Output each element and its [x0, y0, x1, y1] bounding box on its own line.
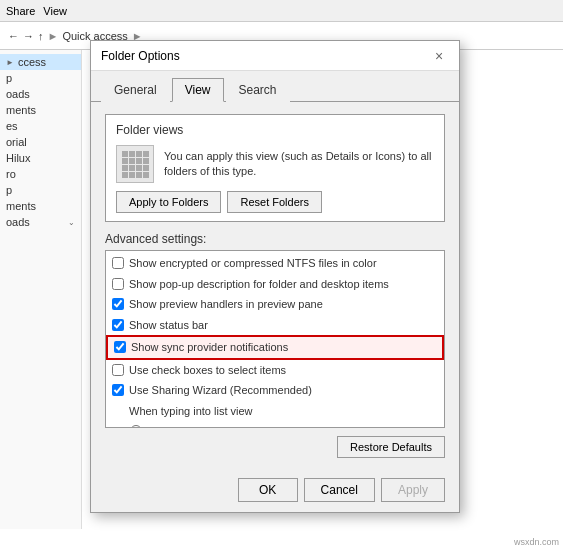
dialog-title: Folder Options	[101, 49, 180, 63]
setting-checkbox-1[interactable]	[112, 278, 124, 290]
setting-item-8[interactable]: Automatically type into the Search Box	[106, 421, 444, 428]
sidebar-chevron-10: ⌄	[68, 218, 75, 227]
dialog-content: Folder views	[91, 102, 459, 470]
sidebar-item-5[interactable]: orial	[0, 134, 81, 150]
setting-item-5[interactable]: Use check boxes to select items	[106, 360, 444, 381]
advanced-settings-list[interactable]: Show encrypted or compressed NTFS files …	[105, 250, 445, 428]
sidebar-label-0: ccess	[18, 56, 46, 68]
folder-buttons: Apply to Folders Reset Folders	[116, 191, 434, 213]
setting-item-7: When typing into list view	[106, 401, 444, 422]
sidebar-label-3: ments	[6, 104, 36, 116]
grid-c13	[122, 172, 128, 178]
setting-label-0: Show encrypted or compressed NTFS files …	[129, 255, 377, 272]
grid-c2	[129, 151, 135, 157]
setting-item-4[interactable]: Show sync provider notifications	[106, 335, 444, 360]
dialog-tabs: General View Search	[91, 71, 459, 102]
sidebar-item-0[interactable]: ► ccess	[0, 54, 81, 70]
sidebar-label-10: oads	[6, 216, 30, 228]
address-chevron: ►	[48, 30, 59, 42]
sidebar-label-2: oads	[6, 88, 30, 100]
grid-c16	[143, 172, 149, 178]
grid-c5	[122, 158, 128, 164]
grid-c4	[143, 151, 149, 157]
grid-c8	[143, 158, 149, 164]
apply-to-folders-button[interactable]: Apply to Folders	[116, 191, 221, 213]
setting-label-4: Show sync provider notifications	[131, 339, 288, 356]
grid-c10	[129, 165, 135, 171]
restore-defaults-button[interactable]: Restore Defaults	[337, 436, 445, 458]
setting-item-3[interactable]: Show status bar	[106, 315, 444, 336]
sidebar: ► ccess p oads ments es orial Hilux ro	[0, 50, 82, 529]
sidebar-label-8: p	[6, 184, 12, 196]
grid-c6	[129, 158, 135, 164]
view-menu[interactable]: View	[43, 5, 67, 17]
setting-item-6[interactable]: Use Sharing Wizard (Recommended)	[106, 380, 444, 401]
setting-radio-8[interactable]	[130, 425, 142, 428]
folder-icon	[116, 145, 154, 183]
ok-button[interactable]: OK	[238, 478, 298, 502]
sidebar-item-9[interactable]: ments	[0, 198, 81, 214]
dialog-close-button[interactable]: ×	[429, 46, 449, 66]
sidebar-item-6[interactable]: Hilux	[0, 150, 81, 166]
tab-search[interactable]: Search	[226, 78, 290, 102]
reset-folders-button[interactable]: Reset Folders	[227, 191, 321, 213]
folder-views-description: You can apply this view (such as Details…	[164, 149, 434, 180]
folder-options-dialog: Folder Options × General View Search Fol…	[90, 40, 460, 513]
setting-checkbox-6[interactable]	[112, 384, 124, 396]
setting-item-1[interactable]: Show pop-up description for folder and d…	[106, 274, 444, 295]
apply-button[interactable]: Apply	[381, 478, 445, 502]
sidebar-item-4[interactable]: es	[0, 118, 81, 134]
grid-c14	[129, 172, 135, 178]
folder-icon-grid	[122, 151, 149, 178]
sidebar-label-1: p	[6, 72, 12, 84]
folder-views-label: Folder views	[116, 123, 434, 137]
sidebar-item-1[interactable]: p	[0, 70, 81, 86]
setting-label-2: Show preview handlers in preview pane	[129, 296, 323, 313]
sidebar-item-3[interactable]: ments	[0, 102, 81, 118]
sidebar-item-10[interactable]: oads ⌄	[0, 214, 81, 230]
setting-checkbox-2[interactable]	[112, 298, 124, 310]
tab-view[interactable]: View	[172, 78, 224, 102]
setting-label-1: Show pop-up description for folder and d…	[129, 276, 389, 293]
setting-checkbox-5[interactable]	[112, 364, 124, 376]
dialog-titlebar: Folder Options ×	[91, 41, 459, 71]
sidebar-label-4: es	[6, 120, 18, 132]
tab-general[interactable]: General	[101, 78, 170, 102]
setting-label-6: Use Sharing Wizard (Recommended)	[129, 382, 312, 399]
sidebar-item-8[interactable]: p	[0, 182, 81, 198]
forward-icon[interactable]: →	[23, 30, 34, 42]
setting-label-7: When typing into list view	[129, 403, 253, 420]
setting-checkbox-4[interactable]	[114, 341, 126, 353]
back-icon[interactable]: ←	[8, 30, 19, 42]
setting-label-5: Use check boxes to select items	[129, 362, 286, 379]
sidebar-item-7[interactable]: ro	[0, 166, 81, 182]
grid-c12	[143, 165, 149, 171]
setting-item-2[interactable]: Show preview handlers in preview pane	[106, 294, 444, 315]
grid-c7	[136, 158, 142, 164]
setting-label-8: Automatically type into the Search Box	[147, 423, 335, 428]
explorer-top-bar: Share View	[0, 0, 563, 22]
settings-list: Show encrypted or compressed NTFS files …	[106, 251, 444, 428]
grid-c15	[136, 172, 142, 178]
grid-c11	[136, 165, 142, 171]
setting-item-0[interactable]: Show encrypted or compressed NTFS files …	[106, 253, 444, 274]
sidebar-chevron-0: ►	[6, 58, 14, 67]
grid-c9	[122, 165, 128, 171]
restore-defaults-row: Restore Defaults	[105, 436, 445, 458]
share-menu[interactable]: Share	[6, 5, 35, 17]
advanced-settings-label: Advanced settings:	[105, 232, 445, 246]
dialog-footer: OK Cancel Apply	[91, 470, 459, 512]
sidebar-label-6: Hilux	[6, 152, 30, 164]
grid-c1	[122, 151, 128, 157]
setting-label-3: Show status bar	[129, 317, 208, 334]
folder-views-section: Folder views	[105, 114, 445, 222]
sidebar-label-7: ro	[6, 168, 16, 180]
setting-checkbox-3[interactable]	[112, 319, 124, 331]
sidebar-item-2[interactable]: oads	[0, 86, 81, 102]
cancel-button[interactable]: Cancel	[304, 478, 375, 502]
sidebar-label-9: ments	[6, 200, 36, 212]
setting-checkbox-0[interactable]	[112, 257, 124, 269]
grid-c3	[136, 151, 142, 157]
up-icon[interactable]: ↑	[38, 30, 44, 42]
watermark: wsxdn.com	[514, 537, 559, 547]
